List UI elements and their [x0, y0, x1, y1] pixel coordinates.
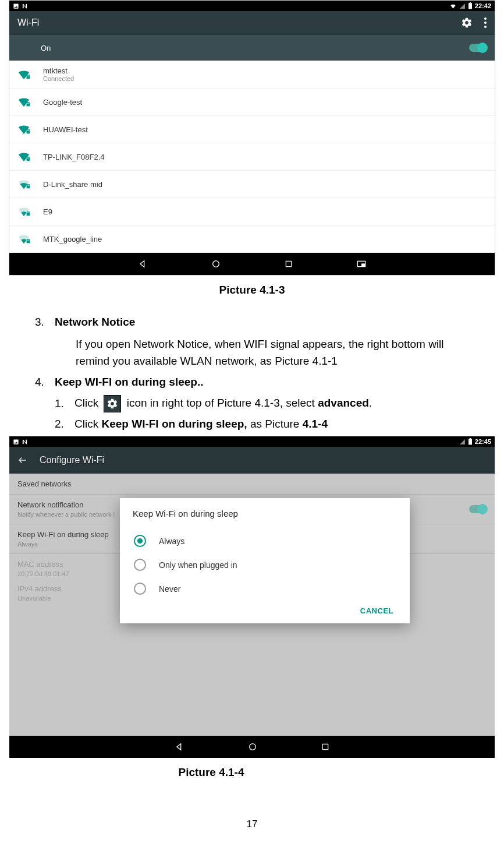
wifi-row[interactable]: Google-test — [9, 89, 495, 116]
item-number: 3. — [35, 314, 55, 331]
wifi-ssid: D-Link_share mid — [43, 180, 102, 189]
wifi-ssid: E9 — [43, 207, 52, 216]
status-time: 22:45 — [475, 438, 491, 445]
wifi-row[interactable]: HUAWEI-test — [9, 116, 495, 143]
recent-icon[interactable] — [321, 743, 329, 751]
svg-rect-22 — [361, 263, 365, 266]
wifi-signal-lock-icon — [17, 205, 30, 218]
radio-label: Always — [159, 537, 184, 546]
notification-toggle[interactable] — [469, 505, 487, 513]
wifi-status-icon — [449, 3, 457, 9]
page-number: 17 — [0, 802, 504, 842]
svg-rect-6 — [27, 75, 30, 76]
wifi-signal-lock-icon — [17, 232, 30, 245]
cancel-button[interactable]: CANCEL — [133, 601, 397, 618]
paragraph: If you open Network Notice, when WIFI si… — [0, 333, 504, 372]
back-icon[interactable] — [138, 259, 147, 269]
app-bar: Configure Wi-Fi — [9, 447, 495, 474]
wifi-row[interactable]: mtktest Connected — [9, 61, 495, 89]
wifi-row[interactable]: E9 — [9, 198, 495, 225]
svg-rect-26 — [322, 744, 328, 750]
configure-wifi-screenshot: 22:45 Configure Wi-Fi Saved networks Net… — [9, 436, 495, 758]
recent-icon[interactable] — [285, 260, 293, 268]
radio-option[interactable]: Always — [133, 529, 397, 553]
wifi-settings-screenshot: 22:42 Wi-Fi On mtktest Connected Google-… — [9, 0, 495, 276]
status-bar: 22:42 — [9, 1, 495, 11]
svg-rect-23 — [470, 438, 471, 439]
document-body: 3. Network Notice If you open Network No… — [0, 312, 504, 434]
wifi-signal-lock-icon — [17, 68, 30, 81]
svg-point-25 — [250, 744, 256, 750]
radio-unselected-icon — [134, 559, 146, 571]
svg-rect-0 — [470, 2, 471, 3]
wifi-ssid: Google-test — [43, 98, 82, 107]
svg-rect-12 — [27, 157, 30, 159]
gear-icon[interactable] — [461, 17, 473, 29]
radio-selected-icon — [134, 535, 146, 547]
home-icon[interactable] — [211, 259, 221, 269]
nav-bar — [9, 253, 495, 275]
wifi-ssid: MTK_google_line — [43, 235, 102, 244]
home-icon[interactable] — [248, 742, 257, 751]
wifi-toggle[interactable] — [469, 44, 487, 52]
image-icon — [13, 439, 19, 445]
wifi-row[interactable]: TP-LINK_F08F2.4 — [9, 143, 495, 171]
back-icon[interactable] — [175, 742, 184, 751]
wifi-signal-lock-icon — [17, 178, 30, 190]
svg-point-4 — [484, 26, 487, 28]
sub-list-item: 2. Click Keep WI-FI on during sleep, as … — [0, 414, 504, 435]
svg-point-19 — [213, 261, 219, 267]
gear-icon-inline — [104, 395, 121, 412]
figure-caption: Picture 4.1-3 — [0, 284, 504, 297]
item-title: Keep WI-FI on during sleep.. — [55, 374, 203, 391]
svg-rect-20 — [286, 261, 291, 266]
wifi-signal-lock-icon — [17, 123, 30, 136]
svg-rect-16 — [27, 212, 30, 214]
back-arrow-icon[interactable] — [17, 455, 28, 465]
radio-label: Only when plugged in — [159, 560, 237, 570]
svg-point-3 — [484, 22, 487, 24]
wifi-row[interactable]: MTK_google_line — [9, 225, 495, 253]
dialog: Keep Wi-Fi on during sleep Always Only w… — [120, 498, 410, 623]
svg-rect-14 — [27, 185, 30, 186]
sub-item-number: 1. — [55, 396, 74, 412]
screenshot-icon[interactable] — [357, 260, 366, 267]
nav-bar — [9, 736, 495, 758]
radio-label: Never — [159, 584, 180, 594]
sub-list-item: 1. Click icon in right top of Picture 4.… — [0, 393, 504, 414]
app-bar-title: Wi-Fi — [17, 17, 39, 28]
wifi-toggle-bar: On — [9, 34, 495, 61]
app-bar-title: Configure Wi-Fi — [40, 455, 104, 465]
settings-row[interactable]: Saved networks — [9, 474, 495, 495]
text-span: Click Keep WI-FI on during sleep, as Pic… — [74, 416, 328, 433]
n-icon — [22, 439, 28, 445]
radio-unselected-icon — [134, 583, 146, 595]
svg-rect-24 — [468, 439, 472, 445]
svg-rect-18 — [27, 239, 30, 241]
radio-option[interactable]: Never — [133, 577, 397, 601]
sub-item-number: 2. — [55, 416, 74, 433]
signal-status-icon — [459, 439, 466, 445]
n-icon — [22, 3, 28, 9]
svg-point-2 — [484, 17, 487, 20]
image-icon — [13, 3, 19, 9]
more-icon[interactable] — [484, 17, 487, 28]
wifi-signal-lock-icon — [17, 96, 30, 108]
app-bar: Wi-Fi — [9, 11, 495, 34]
battery-icon — [468, 2, 473, 9]
list-item: 3. Network Notice — [0, 312, 504, 333]
wifi-row[interactable]: D-Link_share mid — [9, 171, 495, 198]
item-number: 4. — [35, 374, 55, 391]
dimmed-background: Saved networks Network notification Noti… — [9, 474, 495, 736]
svg-rect-8 — [27, 103, 30, 104]
dialog-title: Keep Wi-Fi on during sleep — [133, 509, 397, 518]
svg-rect-10 — [27, 130, 30, 132]
signal-status-icon — [459, 3, 466, 9]
status-time: 22:42 — [475, 2, 491, 9]
battery-icon — [468, 438, 473, 445]
list-item: 4. Keep WI-FI on during sleep.. — [0, 372, 504, 393]
radio-option[interactable]: Only when plugged in — [133, 553, 397, 577]
wifi-signal-lock-icon — [17, 150, 30, 163]
text-span: Click icon in right top of Picture 4.1-3… — [74, 395, 372, 412]
item-title: Network Notice — [55, 314, 135, 331]
